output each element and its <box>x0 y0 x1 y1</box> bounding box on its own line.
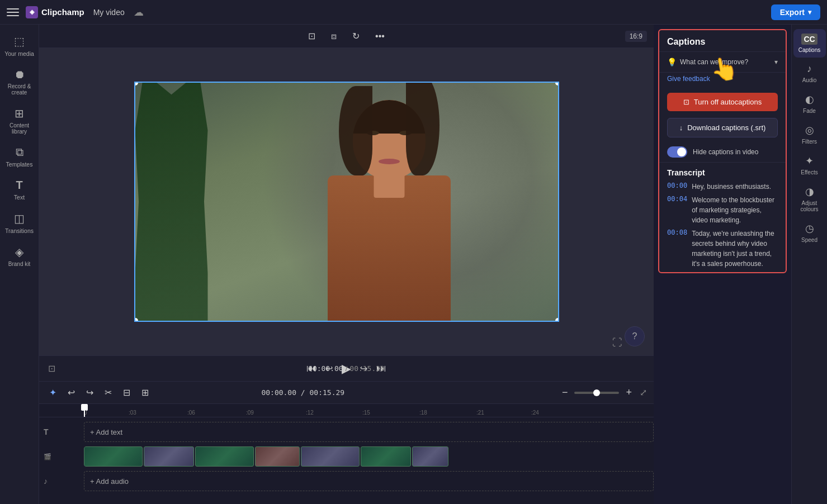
video-title[interactable]: My video <box>93 8 125 17</box>
video-clip-2[interactable] <box>144 446 194 467</box>
topbar: ◈ Clipchamp My video ☁ Export ▾ <box>0 0 827 25</box>
captions-panel: Captions 💡 What can we improve? ▾ Give f… <box>658 29 787 273</box>
tool-filters-label: Filters <box>802 139 817 145</box>
expand-button[interactable]: ⛶ <box>612 337 622 349</box>
redo-button[interactable]: ↪ <box>83 386 97 400</box>
rotate-button[interactable]: ↻ <box>348 28 364 44</box>
tool-captions[interactable]: CC Captions <box>793 29 826 58</box>
layout-button[interactable]: ⧈ <box>327 29 341 44</box>
sidebar-item-text[interactable]: T Text <box>2 174 37 205</box>
lips <box>379 159 400 164</box>
transcript-time-3: 00:08 <box>667 229 687 269</box>
timeline-expand-button[interactable]: ⤢ <box>640 387 647 398</box>
timeline-area: ✦ ↩ ↪ ✂ ⊟ ⊞ 00:00.00 / 00:15.29 − + ⤢ <box>39 381 654 504</box>
zoom-slider[interactable] <box>574 392 619 394</box>
templates-icon: ⧉ <box>16 146 23 159</box>
text-track-label: T <box>39 427 84 436</box>
timeline-toolbar: ✦ ↩ ↪ ✂ ⊟ ⊞ 00:00.00 / 00:15.29 − + ⤢ <box>39 382 654 404</box>
sidebar-item-your-media[interactable]: ⬚ Your media <box>2 30 37 61</box>
sidebar-item-content-library[interactable]: ⊞ Contentlibrary <box>2 102 37 139</box>
hair-left <box>339 86 372 175</box>
tool-audio-label: Audio <box>802 77 817 83</box>
sidebar-item-label: Contentlibrary <box>10 122 29 135</box>
feedback-text: What can we improve? <box>680 58 771 66</box>
video-clip-6[interactable] <box>361 446 411 467</box>
sidebar-item-label: Brand kit <box>8 261 30 267</box>
right-panels: Captions 💡 What can we improve? ▾ Give f… <box>654 25 827 504</box>
filters-icon: ◎ <box>805 124 814 136</box>
help-button[interactable]: ? <box>625 326 645 346</box>
feedback-lightbulb-icon: 💡 <box>667 58 677 66</box>
cut-button[interactable]: ✂ <box>101 386 115 400</box>
sidebar-item-transitions[interactable]: ◫ Transitions <box>2 207 37 239</box>
video-frame[interactable] <box>134 82 559 322</box>
captions-toggle-button[interactable]: ⊡ <box>48 363 55 374</box>
transcript-scroll[interactable]: 00:00 Hey, business enthusiasts. 00:04 W… <box>667 182 778 269</box>
magnet-snap-button[interactable]: ✦ <box>46 386 60 400</box>
ruler-mark-18: :18 <box>419 410 427 416</box>
timeline-time-display: 00:00.00 / 00:15.29 <box>261 388 344 397</box>
crop-button[interactable]: ⊡ <box>304 28 320 44</box>
tool-speed[interactable]: ◷ Speed <box>793 218 826 248</box>
left-sidebar: ⬚ Your media ⏺ Record &create ⊞ Contentl… <box>0 25 39 504</box>
current-time: 00:00.00 <box>308 364 343 373</box>
logo-icon: ◈ <box>26 6 38 18</box>
text-icon: T <box>16 179 22 192</box>
ruler-mark-09: :09 <box>246 410 254 416</box>
toggle-thumb <box>677 148 686 156</box>
video-toolbar: ⊡ ⧈ ↻ ••• 16:9 <box>39 25 654 48</box>
your-media-icon: ⬚ <box>14 35 25 48</box>
give-feedback-link[interactable]: Give feedback <box>659 73 786 88</box>
video-clip-5[interactable] <box>301 446 360 467</box>
right-tools: CC Captions ♪ Audio ◐ Fade ◎ Filters ✦ E… <box>791 25 827 504</box>
audio-track-content[interactable]: + Add audio <box>84 471 654 491</box>
captions-panel-wrapper: Captions 💡 What can we improve? ▾ Give f… <box>654 25 791 504</box>
delete-button[interactable]: ⊟ <box>120 386 134 400</box>
turn-off-autocaptions-button[interactable]: ⊡ Turn off autocaptions <box>667 93 778 111</box>
content-library-icon: ⊞ <box>15 107 24 120</box>
transcript-text-3: Today, we're unleashing the secrets behi… <box>692 229 778 269</box>
download-captions-button[interactable]: ↓ Download captions (.srt) <box>667 118 778 137</box>
ruler-mark-15: :15 <box>362 410 370 416</box>
sidebar-item-record-create[interactable]: ⏺ Record &create <box>2 64 37 100</box>
main-area: ⬚ Your media ⏺ Record &create ⊞ Contentl… <box>0 25 827 504</box>
zoom-in-button[interactable]: + <box>622 385 635 400</box>
text-track-content[interactable]: + Add text <box>84 422 654 442</box>
transcript-section: Transcript 00:00 Hey, business enthusias… <box>659 163 786 272</box>
hide-captions-toggle[interactable] <box>667 146 687 158</box>
video-clip-7[interactable] <box>412 446 448 467</box>
playhead-line[interactable] <box>84 404 85 417</box>
sticker-button[interactable]: ⊞ <box>138 386 152 400</box>
sidebar-item-brand-kit[interactable]: ◈ Brand kit <box>2 241 37 272</box>
export-button[interactable]: Export ▾ <box>771 4 820 20</box>
audio-icon: ♪ <box>807 63 812 75</box>
tool-effects[interactable]: ✦ Effects <box>793 150 826 180</box>
feedback-chevron-icon: ▾ <box>774 58 778 66</box>
resize-handle-br[interactable] <box>555 318 559 322</box>
total-time: 00:15.29 <box>349 364 385 373</box>
transcript-time-2: 00:04 <box>667 195 687 225</box>
more-options-button[interactable]: ••• <box>371 29 389 44</box>
feedback-row[interactable]: 💡 What can we improve? ▾ <box>659 52 786 73</box>
video-track-content[interactable] <box>84 446 654 467</box>
aspect-ratio-button[interactable]: 16:9 <box>625 31 647 42</box>
sidebar-item-label: Transitions <box>5 227 34 234</box>
sidebar-item-label: Text <box>14 194 25 201</box>
video-clip-4[interactable] <box>255 446 300 467</box>
timeline-zoom-controls: − + <box>559 385 635 400</box>
hamburger-menu[interactable] <box>7 6 19 18</box>
tool-filters[interactable]: ◎ Filters <box>793 120 826 149</box>
text-track-icon: T <box>44 427 49 436</box>
transcript-text-1: Hey, business enthusiasts. <box>692 182 771 192</box>
undo-button[interactable]: ↩ <box>64 386 78 400</box>
zoom-out-button[interactable]: − <box>559 385 571 400</box>
tool-adjust-colours[interactable]: ◑ Adjustcolours <box>793 181 826 217</box>
video-clip-3[interactable] <box>195 446 254 467</box>
video-clip-1[interactable] <box>84 446 143 467</box>
tool-audio[interactable]: ♪ Audio <box>793 59 826 88</box>
add-text-placeholder: + Add text <box>90 428 122 436</box>
resize-handle-bl[interactable] <box>134 318 138 322</box>
time-display: 00:00.00 / 00:15.29 <box>308 364 385 373</box>
sidebar-item-templates[interactable]: ⧉ Templates <box>2 141 37 172</box>
tool-fade[interactable]: ◐ Fade <box>793 89 826 118</box>
